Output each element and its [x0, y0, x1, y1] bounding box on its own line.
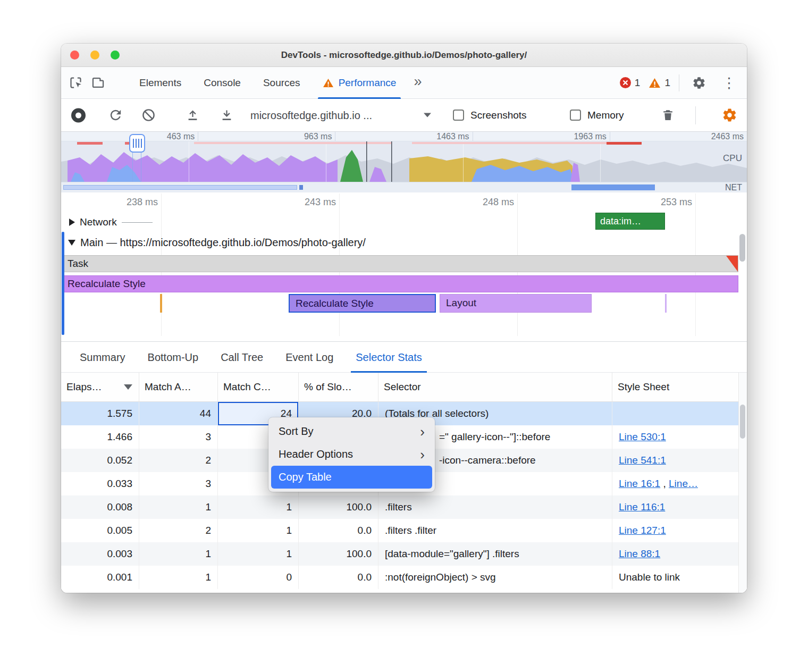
- device-toolbar-icon[interactable]: [87, 72, 109, 94]
- record-icon[interactable]: [71, 108, 86, 122]
- stylesheet-link[interactable]: Line 530:1: [619, 431, 666, 442]
- column-header-match-a[interactable]: Match A…: [139, 373, 218, 401]
- match-count-cell: 1: [218, 495, 299, 519]
- layout-entry[interactable]: Layout: [440, 294, 592, 313]
- elapsed-cell: 0.033: [61, 472, 139, 495]
- network-track-header[interactable]: Network: [69, 214, 153, 231]
- tab-selector-stats[interactable]: Selector Stats: [344, 342, 433, 373]
- pct-slow-cell: 100.0: [299, 542, 378, 566]
- context-menu-item-header-options[interactable]: Header Options›: [271, 443, 432, 466]
- profile-history-select[interactable]: microsoftedge.github.io ...: [250, 109, 431, 121]
- tab-elements[interactable]: Elements: [128, 67, 192, 99]
- main-track-label: Main — https://microsoftedge.github.io/D…: [80, 237, 366, 249]
- flame-chart[interactable]: Network data:im… Main — https://microsof…: [61, 192, 747, 341]
- table-scrollbar-thumb[interactable]: [740, 405, 745, 439]
- network-request-entry[interactable]: data:im…: [595, 213, 665, 230]
- overview-time-labels: 463 ms963 ms1463 ms1963 ms2463 ms: [61, 132, 747, 141]
- table-row[interactable]: 0.00811100.0.filtersLine 116:1: [61, 495, 747, 519]
- style-sheet-cell: Line 16:1 , Line…: [612, 472, 738, 495]
- elapsed-cell: 0.008: [61, 495, 139, 519]
- stylesheet-link[interactable]: Line 127:1: [619, 525, 666, 536]
- overview-time-label: 1963 ms: [473, 132, 610, 141]
- network-segment: [299, 185, 303, 190]
- column-header-of-slo[interactable]: % of Slo…: [299, 373, 378, 401]
- memory-label: Memory: [587, 110, 624, 121]
- clear-icon[interactable]: [137, 104, 159, 127]
- close-button[interactable]: [70, 51, 79, 60]
- capture-settings-gear-icon[interactable]: [718, 104, 740, 127]
- table-header-row: Elaps…Match A…Match C…% of Slo…SelectorS…: [61, 373, 747, 402]
- collect-garbage-icon[interactable]: [656, 104, 679, 127]
- load-profile-icon[interactable]: [181, 104, 204, 127]
- style-sheet-cell: [612, 402, 738, 425]
- task-entry[interactable]: Task: [62, 255, 738, 272]
- recalculate-style-selected-entry[interactable]: Recalculate Style: [289, 294, 436, 313]
- performance-toolbar: microsoftedge.github.io ... Screenshots …: [61, 99, 747, 132]
- table-scrollbar-track[interactable]: [738, 373, 747, 593]
- overview-time-label: 2463 ms: [610, 132, 747, 141]
- submenu-arrow-icon: ›: [420, 425, 425, 439]
- stylesheet-link[interactable]: Line 116:1: [619, 501, 665, 513]
- stylesheet-link[interactable]: Line 541:1: [619, 455, 666, 466]
- screenshots-checkbox-group: Screenshots: [453, 110, 527, 121]
- error-icon: [620, 77, 631, 88]
- main-tabs: ElementsConsoleSourcesPerformance: [128, 67, 407, 99]
- minimize-button[interactable]: [90, 51, 99, 60]
- traffic-lights: [70, 51, 120, 60]
- column-header-match-c[interactable]: Match C…: [218, 373, 299, 401]
- elapsed-cell: 1.575: [61, 402, 139, 425]
- reload-record-icon[interactable]: [104, 104, 127, 127]
- stylesheet-link[interactable]: Line…: [669, 478, 698, 489]
- zoom-button[interactable]: [111, 51, 120, 60]
- timeline-scrollbar-thumb[interactable]: [739, 234, 745, 262]
- context-menu-item-sort-by[interactable]: Sort By›: [271, 420, 432, 443]
- tab-console[interactable]: Console: [192, 67, 252, 99]
- save-profile-icon[interactable]: [215, 104, 238, 127]
- elapsed-cell: 1.466: [61, 425, 139, 449]
- match-count-cell: 1: [218, 542, 299, 566]
- error-badge[interactable]: 1: [620, 77, 641, 89]
- ruler-label: 238 ms: [105, 197, 158, 208]
- match-attempts-cell: 1: [139, 566, 218, 589]
- elapsed-cell: 0.003: [61, 542, 139, 566]
- memory-checkbox[interactable]: [570, 110, 581, 121]
- table-row[interactable]: 0.00311100.0[data-module="gallery"] .fil…: [61, 542, 747, 566]
- ruler-label: 248 ms: [461, 197, 514, 208]
- titlebar[interactable]: DevTools - microsoftedge.github.io/Demos…: [61, 44, 747, 67]
- table-row[interactable]: 0.001100.0:not(foreignObject) > svgUnabl…: [61, 566, 747, 589]
- overview-drag-handle[interactable]: [129, 134, 145, 153]
- tab-call-tree[interactable]: Call Tree: [209, 342, 274, 373]
- ruler-label: 243 ms: [283, 197, 336, 208]
- submenu-arrow-icon: ›: [420, 448, 425, 461]
- tab-performance[interactable]: Performance: [312, 67, 408, 99]
- settings-gear-icon[interactable]: [688, 72, 710, 94]
- table-row[interactable]: 0.005210.0.filters .filterLine 127:1: [61, 519, 747, 542]
- column-header-elaps[interactable]: Elaps…: [61, 373, 139, 401]
- recalculate-style-entry[interactable]: Recalculate Style: [62, 275, 738, 292]
- disclosure-collapsed-icon[interactable]: [69, 219, 75, 226]
- more-options-icon[interactable]: ⋮: [719, 74, 739, 91]
- inspect-icon[interactable]: [64, 72, 87, 94]
- style-sheet-cell: Line 88:1: [612, 542, 738, 566]
- tab-event-log[interactable]: Event Log: [274, 342, 344, 373]
- stylesheet-link[interactable]: Line 16:1: [619, 478, 660, 489]
- network-activity-strip: NET: [61, 182, 747, 192]
- more-tabs-chevron[interactable]: »: [407, 73, 428, 90]
- divider: [122, 222, 153, 223]
- timeline-overview[interactable]: 463 ms963 ms1463 ms1963 ms2463 ms CPU: [61, 132, 747, 192]
- net-label: NET: [725, 182, 742, 193]
- column-header-style-sheet[interactable]: Style Sheet: [612, 373, 738, 401]
- flame-entry-sliver: [665, 294, 667, 313]
- screenshots-checkbox[interactable]: [453, 110, 464, 121]
- divider: [679, 74, 679, 91]
- disclosure-expanded-icon[interactable]: [68, 240, 75, 246]
- tab-summary[interactable]: Summary: [69, 342, 137, 373]
- column-header-selector[interactable]: Selector: [378, 373, 612, 401]
- tab-bottom-up[interactable]: Bottom-Up: [137, 342, 210, 373]
- context-menu-item-copy-table[interactable]: Copy Table: [271, 466, 432, 489]
- stylesheet-link[interactable]: Line 88:1: [619, 548, 660, 559]
- tab-sources[interactable]: Sources: [252, 67, 312, 99]
- warning-badge[interactable]: 1: [649, 77, 670, 89]
- main-track-header[interactable]: Main — https://microsoftedge.github.io/D…: [68, 231, 366, 254]
- ruler-label: 253 ms: [639, 197, 692, 208]
